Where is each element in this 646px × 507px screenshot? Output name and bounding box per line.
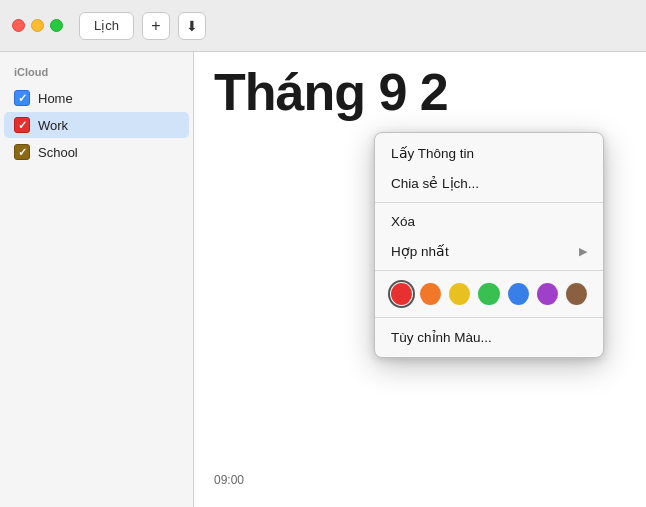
add-button[interactable]: + (142, 12, 170, 40)
sidebar: iCloud ✓ Home ✓ Work ✓ School (0, 52, 194, 507)
traffic-lights (12, 19, 63, 32)
menu-item-get-info[interactable]: Lấy Thông tin (375, 138, 603, 168)
download-icon: ⬇ (186, 18, 198, 34)
swatch-yellow[interactable] (449, 283, 470, 305)
school-checkbox[interactable]: ✓ (14, 144, 30, 160)
swatch-blue[interactable] (508, 283, 529, 305)
menu-delete-label: Xóa (391, 214, 415, 229)
swatch-orange[interactable] (420, 283, 441, 305)
menu-item-delete[interactable]: Xóa (375, 207, 603, 236)
swatch-green[interactable] (478, 283, 499, 305)
home-checkbox[interactable]: ✓ (14, 90, 30, 106)
school-checkmark: ✓ (18, 147, 27, 158)
swatch-brown[interactable] (566, 283, 587, 305)
sidebar-item-work[interactable]: ✓ Work (4, 112, 189, 138)
sidebar-item-home[interactable]: ✓ Home (4, 85, 189, 111)
menu-separator-1 (375, 202, 603, 203)
sidebar-item-school[interactable]: ✓ School (4, 139, 189, 165)
school-label: School (38, 145, 78, 160)
work-checkmark: ✓ (18, 120, 27, 131)
menu-get-info-label: Lấy Thông tin (391, 145, 474, 161)
swatch-red[interactable] (391, 283, 412, 305)
work-label: Work (38, 118, 68, 133)
minimize-button[interactable] (31, 19, 44, 32)
menu-item-merge[interactable]: Hợp nhất ▶ (375, 236, 603, 266)
main-layout: iCloud ✓ Home ✓ Work ✓ School Tháng 9 2 … (0, 52, 646, 507)
swatch-purple[interactable] (537, 283, 558, 305)
calendar-content: Tháng 9 2 09:00 Lấy Thông tin Chia sẻ Lị… (194, 52, 646, 507)
titlebar: Lịch + ⬇ (0, 0, 646, 52)
calendar-button[interactable]: Lịch (79, 12, 134, 40)
menu-separator-3 (375, 317, 603, 318)
home-label: Home (38, 91, 73, 106)
menu-share-label: Chia sẻ Lịch... (391, 175, 479, 191)
menu-custom-color-label: Tùy chỉnh Màu... (391, 329, 492, 345)
menu-item-share-calendar[interactable]: Chia sẻ Lịch... (375, 168, 603, 198)
maximize-button[interactable] (50, 19, 63, 32)
month-title: Tháng 9 2 (194, 52, 646, 132)
merge-submenu-arrow: ▶ (579, 245, 587, 258)
menu-item-custom-color[interactable]: Tùy chỉnh Màu... (375, 322, 603, 352)
menu-separator-2 (375, 270, 603, 271)
menu-merge-label: Hợp nhất (391, 243, 449, 259)
download-button[interactable]: ⬇ (178, 12, 206, 40)
close-button[interactable] (12, 19, 25, 32)
calendar-button-label: Lịch (94, 18, 119, 33)
time-label: 09:00 (214, 473, 244, 487)
work-checkbox[interactable]: ✓ (14, 117, 30, 133)
home-checkmark: ✓ (18, 93, 27, 104)
add-icon: + (151, 17, 160, 35)
color-swatches-row (375, 275, 603, 313)
sidebar-section-icloud: iCloud (0, 62, 193, 84)
context-menu: Lấy Thông tin Chia sẻ Lịch... Xóa Hợp nh… (374, 132, 604, 358)
